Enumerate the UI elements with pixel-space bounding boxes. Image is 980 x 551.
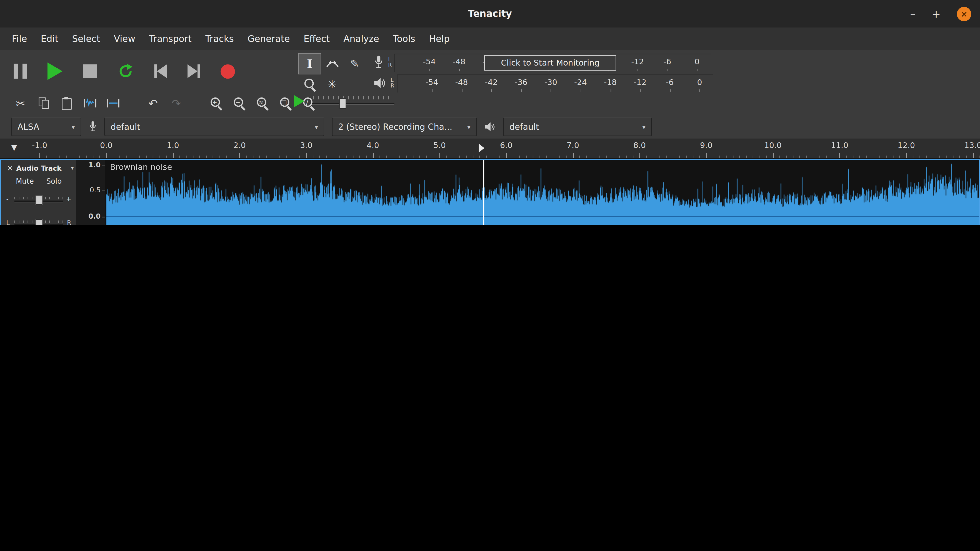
toolbar-area: I ✎ ✳ LR <box>0 50 980 139</box>
device-toolbar: ALSA▾ default▾ 2 (Stereo) Recording Cha.… <box>11 116 652 138</box>
timeline-tick <box>173 153 173 158</box>
recording-meter-channels: LR <box>388 57 392 68</box>
timeline-label: 13.0 <box>958 141 980 150</box>
pause-icon[interactable] <box>14 64 27 79</box>
menu-item-generate[interactable]: Generate <box>241 34 297 44</box>
play-at-speed-icon[interactable] <box>294 95 304 107</box>
recording-channels-dropdown[interactable]: 2 (Stereo) Recording Cha...▾ <box>332 118 477 136</box>
play-icon[interactable] <box>48 62 62 80</box>
selection-tool-icon[interactable]: I <box>299 54 321 74</box>
cut-icon[interactable]: ✂ <box>13 94 29 112</box>
menu-item-transport[interactable]: Transport <box>142 34 199 44</box>
meter-tick <box>610 89 611 92</box>
playback-meter-scale[interactable]: -54-48-42-36-30-24-18-12-60 <box>397 74 713 92</box>
draw-tool-icon[interactable]: ✎ <box>344 54 366 74</box>
vertical-scale-ruler[interactable]: 1.00.50.0-0.5-1.0 1.00.50.0-0.5-1.0 <box>76 160 106 225</box>
maximize-button[interactable]: + <box>932 7 941 20</box>
play-at-speed-toolbar <box>294 94 394 109</box>
track-control-panel[interactable]: × Audio Track ▾ Mute Solo - + L R Stereo… <box>1 160 76 225</box>
title-bar[interactable]: Tenacity – + × <box>0 0 980 27</box>
meter-tick <box>459 68 460 71</box>
skip-to-end-icon[interactable] <box>188 64 200 78</box>
track-menu-icon[interactable]: ▾ <box>71 165 74 171</box>
timeline-label: 2.0 <box>224 141 255 150</box>
fit-selection-icon[interactable]: ≈ <box>255 94 271 112</box>
paste-icon[interactable] <box>59 94 75 112</box>
timeline-label: 12.0 <box>891 141 921 150</box>
timeline-label: 8.0 <box>625 141 655 150</box>
minimize-button[interactable]: – <box>910 7 915 20</box>
playback-meter[interactable]: LR -54-48-42-36-30-24-18-12-60 <box>374 74 713 92</box>
solo-button[interactable]: Solo <box>46 177 62 186</box>
gain-slider-thumb[interactable] <box>36 196 43 205</box>
playback-speed-slider[interactable] <box>312 94 394 109</box>
menu-item-effect[interactable]: Effect <box>297 34 337 44</box>
menu-item-file[interactable]: File <box>5 34 34 44</box>
zoom-out-icon[interactable]: − <box>231 94 248 112</box>
tools-toolbar: I ✎ ✳ <box>299 54 366 94</box>
copy-icon[interactable] <box>36 94 52 112</box>
record-icon[interactable] <box>221 64 235 78</box>
waveform-left-channel[interactable] <box>105 160 979 225</box>
chevron-down-icon: ▾ <box>72 123 75 131</box>
pinned-play-head-icon[interactable]: ▼ <box>11 143 17 152</box>
timeline-tick <box>373 153 373 158</box>
window-title: Tenacity <box>468 8 512 19</box>
silence-selection-icon[interactable] <box>105 94 121 112</box>
pan-slider[interactable]: L R <box>6 219 71 225</box>
recording-device-dropdown[interactable]: default▾ <box>104 118 325 136</box>
undo-icon[interactable]: ↶ <box>145 94 161 112</box>
timeline-tick <box>906 153 907 158</box>
timeline-tick <box>640 153 640 158</box>
close-button[interactable]: × <box>957 6 971 21</box>
mute-button[interactable]: Mute <box>16 177 34 186</box>
playhead-marker-icon[interactable] <box>479 144 484 152</box>
meter-scale-label: -30 <box>539 77 562 86</box>
meter-tick <box>581 89 581 92</box>
playhead-cursor <box>483 160 484 225</box>
timeline-ruler[interactable]: ▼ -1.00.01.02.03.04.05.06.07.08.09.010.0… <box>0 139 980 159</box>
meter-tick <box>462 89 462 92</box>
playback-meter-channels: LR <box>391 77 394 89</box>
skip-to-start-icon[interactable] <box>154 64 167 78</box>
menu-item-analyze[interactable]: Analyze <box>337 34 386 44</box>
envelope-tool-icon[interactable] <box>321 54 343 74</box>
monitor-prompt[interactable]: Click to Start Monitoring <box>484 55 616 70</box>
menu-item-tools[interactable]: Tools <box>386 34 422 44</box>
gain-slider[interactable]: - + <box>6 195 71 205</box>
audio-host-dropdown[interactable]: ALSA▾ <box>11 118 81 136</box>
timeline-tick <box>573 153 573 158</box>
vertical-scale-label: 0.0 <box>89 212 101 220</box>
speed-slider-thumb[interactable] <box>339 98 346 109</box>
vertical-scale-left: 1.00.50.0-0.5-1.0 <box>76 160 105 225</box>
close-track-icon[interactable]: × <box>7 164 13 172</box>
multi-tool-icon[interactable]: ✳ <box>321 74 343 94</box>
stop-icon[interactable] <box>83 64 97 78</box>
recording-meter[interactable]: LR Click to Start Monitoring -54-48-42-3… <box>374 54 713 71</box>
track-name[interactable]: Audio Track <box>16 164 71 172</box>
meter-scale-label: -48 <box>450 77 473 86</box>
waveform-area[interactable]: Brownian noise <box>105 160 979 225</box>
loop-icon[interactable] <box>118 63 134 79</box>
timeline-label: 4.0 <box>358 141 388 150</box>
zoom-tool-icon[interactable] <box>299 74 321 94</box>
menu-item-select[interactable]: Select <box>65 34 107 44</box>
menu-item-edit[interactable]: Edit <box>34 34 65 44</box>
timeline-label: -1.0 <box>24 141 55 150</box>
menu-item-tracks[interactable]: Tracks <box>199 34 241 44</box>
fit-project-icon[interactable]: □ <box>277 94 294 112</box>
redo-icon[interactable]: ↷ <box>168 94 185 112</box>
meter-tick <box>432 89 432 92</box>
playback-device-dropdown[interactable]: default▾ <box>503 118 652 136</box>
pan-slider-thumb[interactable] <box>36 219 43 225</box>
trim-outside-selection-icon[interactable] <box>82 94 98 112</box>
menu-item-view[interactable]: View <box>107 34 142 44</box>
meter-tick <box>700 89 700 92</box>
zoom-in-icon[interactable]: + <box>208 94 224 112</box>
timeline-label: 7.0 <box>558 141 588 150</box>
recording-meter-scale[interactable]: Click to Start Monitoring -54-48-42-36-3… <box>394 53 711 71</box>
menu-item-help[interactable]: Help <box>422 34 457 44</box>
vertical-scale-tick <box>102 191 105 191</box>
meter-tick <box>638 68 638 71</box>
audio-track[interactable]: × Audio Track ▾ Mute Solo - + L R Stereo… <box>0 159 980 225</box>
